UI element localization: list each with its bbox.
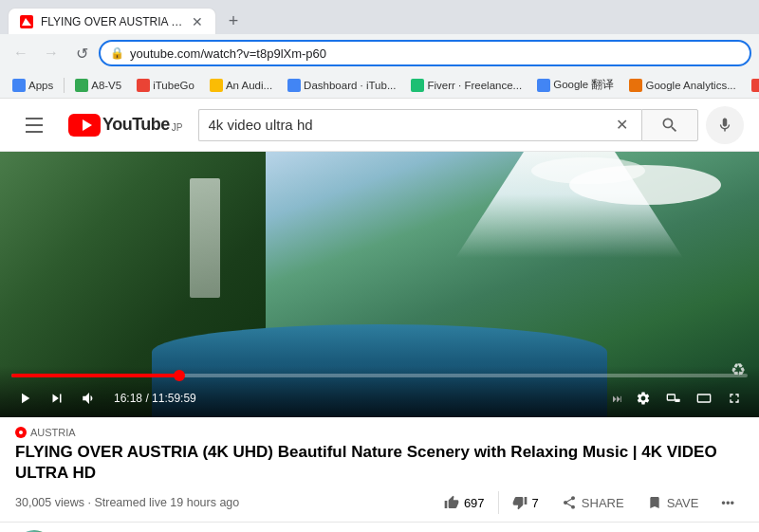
- progress-bar[interactable]: [11, 374, 748, 377]
- hamburger-icon: [26, 118, 43, 133]
- navigation-bar: ← → ↺ 🔒 youtube.com/watch?v=t8p9lXm-p60: [0, 34, 759, 72]
- bookmark-apps[interactable]: Apps: [8, 77, 58, 94]
- bookmark-icon: [75, 79, 88, 92]
- controls-row: 16:18 / 11:59:59 ⏭: [11, 385, 748, 412]
- bookmark-fiverr[interactable]: Fiverr · Freelance...: [406, 77, 527, 94]
- youtube-logo-icon: [68, 114, 101, 137]
- back-button[interactable]: ←: [8, 40, 34, 66]
- browser-chrome: FLYING OVER AUSTRIA (4K U... ✕ + ← → ↺ 🔒…: [0, 0, 759, 99]
- bookmark-gmail[interactable]: M 收件箱 (620) · che...: [747, 76, 759, 94]
- svg-rect-3: [675, 399, 679, 402]
- lock-icon: 🔒: [110, 46, 124, 60]
- svg-marker-0: [22, 18, 31, 26]
- bookmarks-bar: Apps A8-V5 iTubeGo An Audi... Dashboard …: [0, 72, 759, 99]
- youtube-logo[interactable]: YouTube JP: [68, 114, 183, 137]
- tab-favicon: [20, 15, 33, 28]
- bookmark-icon: [629, 79, 642, 92]
- forward-button[interactable]: →: [38, 40, 65, 66]
- search-submit-button[interactable]: [641, 109, 698, 141]
- autoplay-toggle[interactable]: ⏭: [608, 385, 626, 412]
- play-button[interactable]: [11, 385, 38, 412]
- youtube-page: YouTube JP ✕: [0, 99, 759, 532]
- video-stats: 30,005 views · Streamed live 19 hours ag…: [15, 496, 239, 509]
- svg-rect-2: [667, 394, 675, 400]
- save-label: SAVE: [667, 496, 699, 510]
- bookmark-icon: [287, 79, 301, 92]
- volume-button[interactable]: [76, 385, 102, 412]
- video-player[interactable]: ♻ 16:18 / 1: [0, 152, 759, 417]
- dislike-count: 7: [532, 496, 539, 510]
- player-controls: 16:18 / 11:59:59 ⏭: [0, 366, 759, 417]
- svg-marker-1: [83, 119, 92, 131]
- fullscreen-button[interactable]: [721, 385, 748, 412]
- action-separator: [498, 491, 499, 514]
- dislike-button[interactable]: 7: [503, 489, 548, 516]
- share-button[interactable]: SHARE: [552, 489, 634, 516]
- search-input-wrapper: ✕: [198, 109, 642, 141]
- video-info: AUSTRIA FLYING OVER AUSTRIA (4K UHD) Bea…: [0, 417, 759, 522]
- more-button[interactable]: •••: [712, 490, 744, 516]
- bookmark-a8v5[interactable]: A8-V5: [70, 77, 126, 94]
- youtube-header: YouTube JP ✕: [0, 99, 759, 152]
- save-button[interactable]: SAVE: [638, 489, 709, 516]
- settings-button[interactable]: [630, 385, 657, 412]
- time-display: 16:18 / 11:59:59: [114, 392, 196, 405]
- bookmark-icon: [537, 79, 550, 92]
- youtube-region-label: JP: [172, 122, 183, 133]
- active-tab[interactable]: FLYING OVER AUSTRIA (4K U... ✕: [8, 8, 216, 34]
- tab-bar: FLYING OVER AUSTRIA (4K U... ✕ +: [0, 0, 759, 34]
- svg-rect-4: [697, 394, 710, 402]
- new-tab-button[interactable]: +: [220, 8, 247, 34]
- location-text: AUSTRIA: [30, 427, 76, 438]
- address-bar[interactable]: 🔒 youtube.com/watch?v=t8p9lXm-p60: [99, 40, 751, 66]
- bookmark-itubego[interactable]: iTubeGo: [132, 77, 199, 94]
- location-icon: [15, 427, 27, 438]
- video-meta-row: 30,005 views · Streamed live 19 hours ag…: [15, 489, 744, 516]
- like-count: 697: [464, 496, 485, 510]
- like-button[interactable]: 697: [435, 489, 494, 516]
- waterfall: [190, 178, 220, 298]
- channel-row: Nature Relaxation Music SUBSCRIBE: [0, 522, 759, 532]
- video-location: AUSTRIA: [15, 427, 744, 438]
- progress-fill: [11, 374, 179, 377]
- video-title: FLYING OVER AUSTRIA (4K UHD) Beautiful N…: [15, 442, 744, 484]
- tab-close-button[interactable]: ✕: [191, 14, 204, 29]
- bookmark-separator: [64, 78, 65, 93]
- miniplayer-button[interactable]: [660, 385, 687, 412]
- search-input[interactable]: [209, 117, 613, 133]
- tab-title: FLYING OVER AUSTRIA (4K U...: [41, 15, 183, 28]
- share-label: SHARE: [582, 496, 624, 510]
- cloud: [531, 157, 645, 184]
- video-actions: 697 7 SHARE SAVE •••: [435, 489, 744, 516]
- url-text: youtube.com/watch?v=t8p9lXm-p60: [130, 46, 740, 61]
- search-clear-button[interactable]: ✕: [612, 116, 632, 134]
- reload-button[interactable]: ↺: [68, 40, 95, 66]
- voice-search-button[interactable]: [706, 106, 744, 144]
- bookmark-icon: [210, 79, 223, 92]
- bookmark-icon: [137, 79, 150, 92]
- next-button[interactable]: [44, 385, 70, 412]
- right-controls: ⏭: [608, 385, 748, 412]
- bookmark-dashboard[interactable]: Dashboard · iTub...: [283, 77, 400, 94]
- menu-button[interactable]: [15, 106, 53, 144]
- progress-scrubber: [174, 370, 185, 381]
- bookmark-anaud[interactable]: An Audi...: [205, 77, 277, 94]
- bookmark-ganalytics[interactable]: Google Analytics...: [624, 77, 740, 94]
- bookmark-icon: [751, 79, 759, 92]
- bookmark-icon: [411, 79, 424, 92]
- search-bar: ✕: [198, 106, 745, 144]
- youtube-logo-text: YouTube: [102, 115, 170, 135]
- bookmark-icon: [12, 79, 26, 92]
- theater-mode-button[interactable]: [691, 385, 717, 412]
- bookmark-gtranslate[interactable]: Google 翻译: [532, 76, 619, 94]
